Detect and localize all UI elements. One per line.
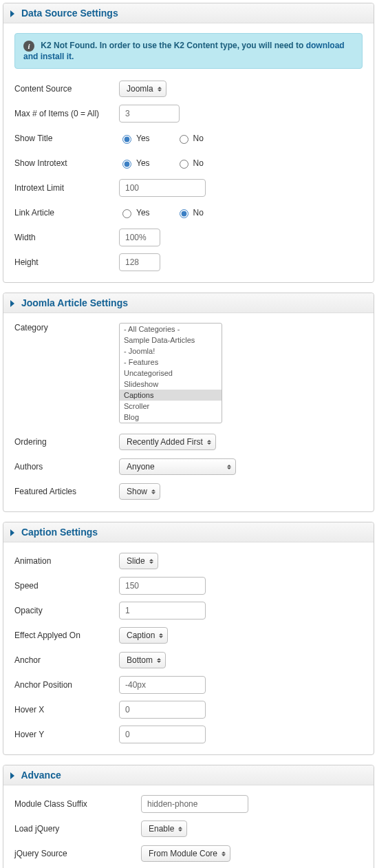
select-arrows-icon: [159, 633, 163, 638]
category-option-selected[interactable]: Captions: [120, 390, 222, 401]
link-article-label: Link Article: [14, 208, 119, 218]
disclosure-icon: [10, 529, 14, 536]
width-label: Width: [14, 233, 119, 242]
select-value: Show: [127, 487, 147, 496]
jqsrc-select[interactable]: From Module Core: [141, 845, 230, 862]
category-option[interactable]: - All Categories -: [120, 324, 222, 335]
k2-warning-notice: i K2 Not Found. In order to use the K2 C…: [14, 33, 363, 69]
speed-label: Speed: [14, 581, 119, 591]
ordering-label: Ordering: [14, 437, 119, 447]
panel-header-advance[interactable]: Advance: [3, 765, 374, 785]
select-arrows-icon: [151, 489, 155, 494]
select-value: Anyone: [127, 463, 155, 471]
animation-select[interactable]: Slide: [119, 553, 158, 569]
introtext-limit-input[interactable]: [119, 179, 206, 197]
link-article-no[interactable]: No: [176, 207, 204, 218]
category-option[interactable]: Slideshow: [120, 379, 222, 390]
anchor-pos-input[interactable]: [119, 676, 206, 694]
panel-data-source: Data Source Settings i K2 Not Found. In …: [3, 3, 374, 283]
category-option[interactable]: - Features: [120, 357, 222, 368]
ordering-select[interactable]: Recently Added First: [119, 434, 216, 450]
panel-header-caption[interactable]: Caption Settings: [3, 522, 374, 542]
category-listbox[interactable]: - All Categories - Sample Data-Articles …: [119, 323, 222, 423]
select-arrows-icon: [149, 559, 153, 564]
hoverx-label: Hover X: [14, 705, 119, 714]
show-title-label: Show Title: [14, 134, 119, 143]
introtext-limit-label: Introtext Limit: [14, 183, 119, 193]
disclosure-icon: [10, 300, 14, 307]
select-arrows-icon: [227, 465, 231, 469]
category-option[interactable]: Scroller: [120, 401, 222, 412]
height-label: Height: [14, 257, 119, 267]
panel-header-joomla[interactable]: Joomla Article Settings: [3, 293, 374, 313]
info-icon: i: [23, 41, 34, 52]
select-arrows-icon: [158, 87, 162, 92]
effect-select[interactable]: Caption: [119, 627, 168, 644]
width-input[interactable]: [119, 229, 160, 246]
panel-title: Caption Settings: [21, 527, 98, 538]
category-option[interactable]: - Joomla!: [120, 346, 222, 357]
disclosure-icon: [10, 772, 14, 779]
notice-text: K2 Not Found. In order to use the K2 Con…: [41, 41, 305, 50]
hovery-label: Hover Y: [14, 730, 119, 739]
hoverx-input[interactable]: [119, 701, 206, 719]
show-title-yes[interactable]: Yes: [119, 133, 150, 144]
speed-input[interactable]: [119, 577, 206, 595]
panel-joomla-article: Joomla Article Settings Category - All C…: [3, 293, 374, 512]
show-introtext-yes[interactable]: Yes: [119, 158, 150, 169]
effect-label: Effect Applyed On: [14, 631, 119, 640]
opacity-label: Opacity: [14, 606, 119, 615]
category-option[interactable]: Blog: [120, 412, 222, 423]
select-value: Slide: [127, 557, 145, 565]
content-source-label: Content Source: [14, 84, 119, 94]
panel-caption-settings: Caption Settings Animation Slide Speed O…: [3, 522, 374, 755]
jqsrc-label: jQuery Source: [14, 849, 141, 858]
category-option[interactable]: Uncategorised: [120, 368, 222, 379]
select-arrows-icon: [157, 658, 161, 663]
panel-title: Advance: [21, 770, 61, 781]
hovery-input[interactable]: [119, 726, 206, 743]
opacity-input[interactable]: [119, 602, 206, 620]
select-value: Caption: [127, 631, 155, 639]
show-title-no[interactable]: No: [176, 133, 204, 144]
jquery-select[interactable]: Enable: [141, 821, 187, 837]
panel-advance: Advance Module Class Suffix Load jQuery …: [3, 765, 374, 868]
select-value: Recently Added First: [127, 438, 203, 446]
height-input[interactable]: [119, 253, 160, 271]
authors-select[interactable]: Anyone: [119, 458, 236, 475]
select-value: Joomla: [127, 85, 153, 93]
suffix-input[interactable]: [141, 795, 248, 813]
disclosure-icon: [10, 10, 14, 17]
max-items-input[interactable]: [119, 105, 180, 123]
animation-label: Animation: [14, 556, 119, 566]
select-value: Bottom: [127, 656, 153, 664]
featured-select[interactable]: Show: [119, 483, 160, 500]
select-arrows-icon: [178, 827, 182, 832]
link-article-yes[interactable]: Yes: [119, 207, 150, 218]
panel-title: Data Source Settings: [21, 8, 118, 19]
anchor-pos-label: Anchor Position: [14, 680, 119, 690]
panel-title: Joomla Article Settings: [21, 297, 128, 308]
authors-label: Authors: [14, 462, 119, 472]
anchor-label: Anchor: [14, 655, 119, 665]
jquery-label: Load jQuery: [14, 824, 141, 834]
show-introtext-label: Show Introtext: [14, 158, 119, 168]
suffix-label: Module Class Suffix: [14, 799, 141, 809]
category-label: Category: [14, 323, 119, 332]
max-items-label: Max # of Items (0 = All): [14, 109, 119, 118]
show-introtext-no[interactable]: No: [176, 158, 204, 169]
panel-header-data-source[interactable]: Data Source Settings: [3, 3, 374, 23]
select-arrows-icon: [207, 440, 211, 445]
select-arrows-icon: [222, 851, 226, 856]
select-value: Enable: [149, 825, 174, 833]
select-value: From Module Core: [149, 849, 217, 858]
featured-label: Featured Articles: [14, 487, 119, 496]
content-source-select[interactable]: Joomla: [119, 81, 166, 97]
anchor-select[interactable]: Bottom: [119, 652, 166, 668]
category-option[interactable]: Sample Data-Articles: [120, 335, 222, 346]
